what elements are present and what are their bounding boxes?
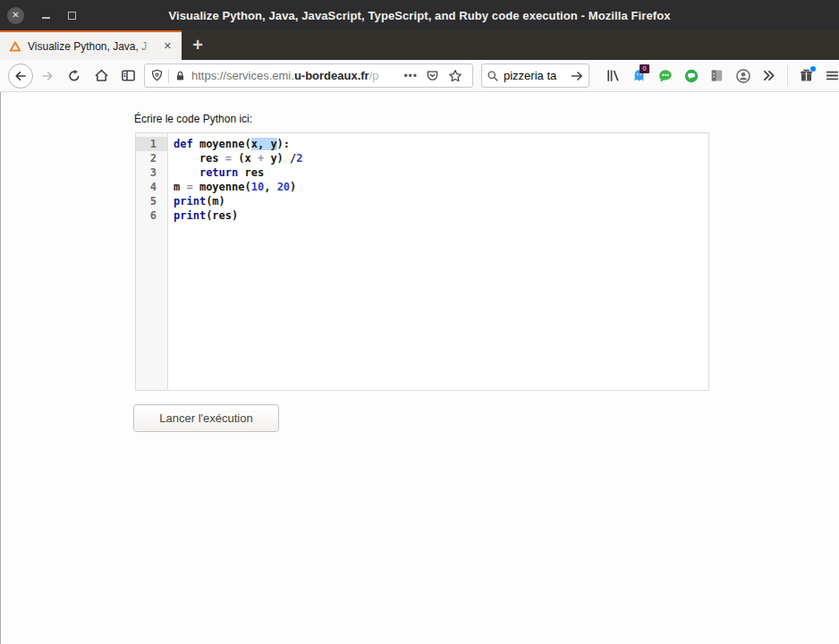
code-editor[interactable]: 123456 def moyenne(x, y): res = (x + y) … bbox=[135, 132, 709, 391]
overflow-menu-button[interactable] bbox=[756, 63, 782, 89]
window-minimize-button[interactable] bbox=[42, 17, 50, 19]
window-close-button[interactable]: ✕ bbox=[7, 7, 24, 24]
search-go-arrow-icon[interactable] bbox=[570, 69, 584, 83]
line-number-4: 4 bbox=[136, 180, 167, 194]
library-icon bbox=[606, 68, 621, 83]
line-number-2: 2 bbox=[136, 151, 167, 165]
tab-favicon-icon bbox=[9, 40, 21, 53]
code-line-6[interactable]: print(res) bbox=[174, 208, 708, 223]
code-line-1[interactable]: def moyenne(x, y): bbox=[174, 137, 708, 151]
account-button[interactable] bbox=[730, 63, 756, 89]
navigation-toolbar: https://services.emi.u-bordeaux.fr/p •••… bbox=[0, 60, 839, 92]
tracking-protection-shield-icon[interactable] bbox=[150, 69, 164, 82]
tab-active[interactable]: Visualize Python, Java, J ✕ bbox=[0, 30, 182, 60]
extension-notebook-button[interactable] bbox=[704, 63, 730, 89]
forward-icon bbox=[40, 69, 55, 83]
https-lock-icon[interactable] bbox=[174, 70, 186, 82]
code-line-4[interactable]: m = moyenne(10, 20) bbox=[174, 180, 708, 194]
search-icon bbox=[487, 70, 499, 82]
editor-code[interactable]: def moyenne(x, y): res = (x + y) /2 retu… bbox=[168, 133, 708, 390]
url-bar[interactable]: https://services.emi.u-bordeaux.fr/p ••• bbox=[144, 64, 473, 88]
star-icon bbox=[448, 69, 462, 83]
editor-gutter: 123456 bbox=[136, 133, 168, 390]
extension-ghost-button[interactable]: 0 bbox=[626, 63, 652, 89]
line-number-5: 5 bbox=[136, 194, 167, 208]
account-avatar-icon bbox=[735, 68, 751, 84]
app-menu-button[interactable] bbox=[819, 63, 839, 89]
whats-new-gift-button[interactable] bbox=[793, 63, 819, 89]
search-input[interactable]: pizzeria ta bbox=[504, 69, 570, 82]
pocket-icon bbox=[426, 69, 439, 82]
back-button[interactable] bbox=[7, 63, 34, 89]
line-number-3: 3 bbox=[136, 165, 167, 180]
forward-button[interactable] bbox=[34, 63, 61, 89]
hamburger-menu-icon bbox=[825, 68, 839, 83]
url-domain: u-bordeaux.fr bbox=[294, 69, 369, 82]
page-content: Écrire le code Python ici: 123456 def mo… bbox=[0, 92, 839, 644]
extension-chat-button[interactable] bbox=[652, 63, 678, 89]
pocket-save-button[interactable] bbox=[421, 69, 444, 82]
run-execution-button[interactable]: Lancer l'exécution bbox=[133, 404, 279, 432]
toolbar-separator bbox=[787, 66, 788, 86]
line-number-1: 1 bbox=[136, 137, 167, 151]
page-actions-icon[interactable]: ••• bbox=[403, 70, 418, 82]
code-line-5[interactable]: print(m) bbox=[174, 194, 708, 208]
home-button[interactable] bbox=[88, 63, 114, 89]
extension-badge: 0 bbox=[640, 64, 649, 73]
editor-label: Écrire le code Python ici: bbox=[134, 113, 252, 125]
reload-icon bbox=[67, 69, 81, 83]
window-maximize-button[interactable] bbox=[68, 12, 76, 20]
url-path: /p bbox=[369, 69, 379, 82]
tab-strip: Visualize Python, Java, J ✕ + bbox=[0, 30, 839, 60]
bookmark-star-button[interactable] bbox=[444, 69, 467, 83]
chat-bubble-icon bbox=[657, 68, 674, 84]
search-bar[interactable]: pizzeria ta bbox=[481, 64, 589, 88]
line-number-6: 6 bbox=[136, 208, 167, 223]
window-titlebar: ✕ Visualize Python, Java, JavaScript, Ty… bbox=[0, 0, 839, 30]
code-line-3[interactable]: return res bbox=[174, 165, 708, 180]
tab-close-icon[interactable]: ✕ bbox=[161, 38, 174, 54]
extension-area: 0 bbox=[600, 63, 839, 89]
new-tab-button[interactable]: + bbox=[182, 30, 214, 60]
window-title: Visualize Python, Java, JavaScript, Type… bbox=[0, 9, 839, 22]
tab-label: Visualize Python, Java, J bbox=[28, 40, 155, 53]
url-prefix: https://services.emi. bbox=[191, 69, 294, 82]
double-chevron-icon bbox=[761, 68, 776, 83]
url-text[interactable]: https://services.emi.u-bordeaux.fr/p bbox=[191, 69, 400, 82]
extension-messenger-button[interactable] bbox=[678, 63, 704, 89]
back-icon bbox=[8, 64, 33, 89]
library-button[interactable] bbox=[600, 63, 626, 89]
home-icon bbox=[94, 68, 109, 83]
messenger-circle-icon bbox=[683, 68, 699, 84]
sidebar-button[interactable] bbox=[114, 63, 141, 89]
reload-button[interactable] bbox=[61, 63, 88, 89]
sidebar-icon bbox=[121, 68, 136, 83]
notebook-icon bbox=[709, 68, 725, 83]
code-line-2[interactable]: res = (x + y) /2 bbox=[174, 151, 708, 165]
notification-dot bbox=[810, 66, 816, 72]
urlbar-divider bbox=[168, 69, 169, 83]
